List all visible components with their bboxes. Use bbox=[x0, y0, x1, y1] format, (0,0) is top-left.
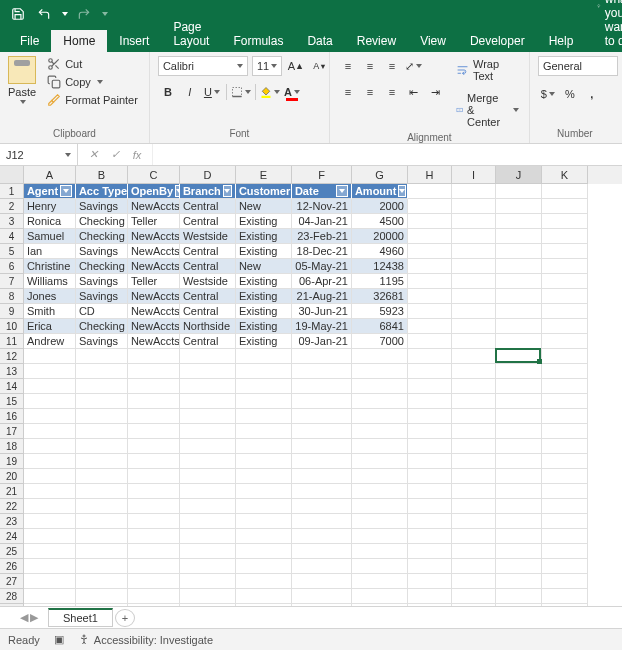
cell[interactable] bbox=[408, 514, 452, 529]
row-header[interactable]: 16 bbox=[0, 409, 24, 424]
cell[interactable] bbox=[496, 529, 542, 544]
cell[interactable] bbox=[128, 604, 180, 606]
table-header[interactable]: OpenBy bbox=[128, 184, 180, 199]
cell[interactable] bbox=[496, 259, 542, 274]
cell[interactable] bbox=[236, 589, 292, 604]
cell[interactable] bbox=[408, 424, 452, 439]
undo-dropdown-icon[interactable] bbox=[62, 12, 68, 16]
cell[interactable] bbox=[408, 394, 452, 409]
tab-help[interactable]: Help bbox=[537, 30, 586, 52]
row-header[interactable]: 10 bbox=[0, 319, 24, 334]
table-cell[interactable]: Teller bbox=[128, 214, 180, 229]
table-cell[interactable]: Existing bbox=[236, 229, 292, 244]
cell[interactable] bbox=[128, 559, 180, 574]
cell[interactable] bbox=[236, 559, 292, 574]
align-right-icon[interactable]: ≡ bbox=[382, 82, 402, 102]
cell[interactable] bbox=[542, 559, 588, 574]
cell[interactable] bbox=[180, 379, 236, 394]
cell[interactable] bbox=[236, 529, 292, 544]
cell[interactable] bbox=[452, 349, 496, 364]
cell[interactable] bbox=[128, 409, 180, 424]
cell[interactable] bbox=[292, 484, 352, 499]
cell[interactable] bbox=[76, 424, 128, 439]
copy-button[interactable]: Copy bbox=[44, 74, 141, 90]
cell[interactable] bbox=[24, 454, 76, 469]
decrease-indent-icon[interactable]: ⇤ bbox=[404, 82, 424, 102]
cancel-icon[interactable]: ✕ bbox=[82, 146, 104, 164]
cell[interactable] bbox=[542, 514, 588, 529]
row-header[interactable]: 9 bbox=[0, 304, 24, 319]
cell[interactable] bbox=[452, 484, 496, 499]
cell[interactable] bbox=[236, 484, 292, 499]
cell[interactable] bbox=[236, 469, 292, 484]
cell[interactable] bbox=[452, 379, 496, 394]
table-cell[interactable]: Savings bbox=[76, 244, 128, 259]
cell[interactable] bbox=[452, 304, 496, 319]
cell[interactable] bbox=[236, 454, 292, 469]
cell[interactable] bbox=[542, 424, 588, 439]
cell[interactable] bbox=[128, 499, 180, 514]
cell[interactable] bbox=[128, 439, 180, 454]
table-cell[interactable]: 19-May-21 bbox=[292, 319, 352, 334]
cell[interactable] bbox=[236, 349, 292, 364]
cell[interactable] bbox=[542, 604, 588, 606]
cell[interactable] bbox=[24, 424, 76, 439]
cell[interactable] bbox=[236, 499, 292, 514]
table-cell[interactable]: Erica bbox=[24, 319, 76, 334]
cell[interactable] bbox=[408, 274, 452, 289]
table-cell[interactable]: Smith bbox=[24, 304, 76, 319]
font-color-button[interactable]: A bbox=[282, 82, 302, 102]
cell[interactable] bbox=[542, 499, 588, 514]
cell[interactable] bbox=[292, 379, 352, 394]
cell[interactable] bbox=[408, 589, 452, 604]
sheet-tab-sheet1[interactable]: Sheet1 bbox=[48, 608, 113, 627]
cell[interactable] bbox=[452, 289, 496, 304]
cell[interactable] bbox=[24, 349, 76, 364]
cell[interactable] bbox=[496, 229, 542, 244]
cell[interactable] bbox=[76, 379, 128, 394]
cell[interactable] bbox=[128, 529, 180, 544]
table-cell[interactable]: NewAccts bbox=[128, 289, 180, 304]
table-cell[interactable]: Existing bbox=[236, 334, 292, 349]
cell[interactable] bbox=[180, 439, 236, 454]
cell[interactable] bbox=[496, 214, 542, 229]
cell[interactable] bbox=[180, 499, 236, 514]
tab-formulas[interactable]: Formulas bbox=[221, 30, 295, 52]
font-size-select[interactable]: 11 bbox=[252, 56, 282, 76]
cell[interactable] bbox=[76, 469, 128, 484]
cell[interactable] bbox=[542, 319, 588, 334]
table-header[interactable]: Customer bbox=[236, 184, 292, 199]
paste-dropdown-icon[interactable] bbox=[20, 100, 26, 104]
row-header[interactable]: 2 bbox=[0, 199, 24, 214]
cell[interactable] bbox=[408, 319, 452, 334]
table-cell[interactable]: Central bbox=[180, 334, 236, 349]
row-header[interactable]: 11 bbox=[0, 334, 24, 349]
merge-center-button[interactable]: Merge & Center bbox=[454, 90, 521, 130]
cell[interactable] bbox=[408, 259, 452, 274]
row-header[interactable]: 29 bbox=[0, 604, 24, 606]
table-cell[interactable]: Existing bbox=[236, 319, 292, 334]
cell[interactable] bbox=[496, 349, 542, 364]
cell[interactable] bbox=[496, 409, 542, 424]
table-cell[interactable]: NewAccts bbox=[128, 259, 180, 274]
cell[interactable] bbox=[452, 364, 496, 379]
cell[interactable] bbox=[128, 424, 180, 439]
cell[interactable] bbox=[236, 424, 292, 439]
cell[interactable] bbox=[24, 484, 76, 499]
cell[interactable] bbox=[352, 559, 408, 574]
row-header[interactable]: 13 bbox=[0, 364, 24, 379]
cell[interactable] bbox=[352, 589, 408, 604]
table-cell[interactable]: 32681 bbox=[352, 289, 408, 304]
cell[interactable] bbox=[180, 574, 236, 589]
table-cell[interactable]: Samuel bbox=[24, 229, 76, 244]
cell[interactable] bbox=[292, 409, 352, 424]
cell[interactable] bbox=[408, 529, 452, 544]
cell[interactable] bbox=[496, 394, 542, 409]
row-header[interactable]: 3 bbox=[0, 214, 24, 229]
cell[interactable] bbox=[542, 409, 588, 424]
align-center-icon[interactable]: ≡ bbox=[360, 82, 380, 102]
cell[interactable] bbox=[128, 574, 180, 589]
cell[interactable] bbox=[496, 589, 542, 604]
cell[interactable] bbox=[452, 499, 496, 514]
table-cell[interactable]: Savings bbox=[76, 289, 128, 304]
